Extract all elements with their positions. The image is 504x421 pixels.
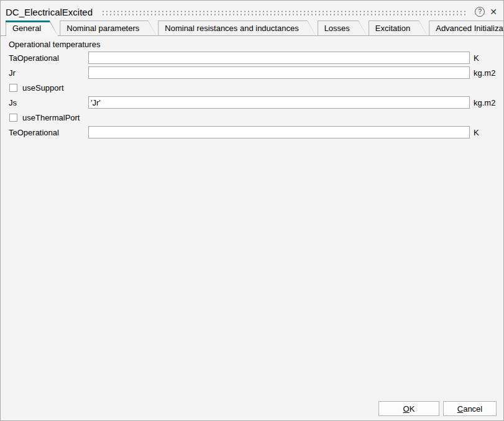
use-thermal-port-row[interactable]: useThermalPort (9, 111, 80, 124)
ok-button[interactable]: OK (378, 401, 439, 416)
tab-bar: General Nominal parameters Nominal resis… (1, 20, 503, 36)
jr-label: Jr (9, 68, 88, 78)
close-icon[interactable]: ✕ (490, 7, 497, 17)
cancel-button-mnemonic: C (457, 404, 463, 414)
tab-general-label: General (6, 20, 58, 33)
active-tab-accent (6, 20, 50, 22)
ok-button-mnemonic: O (403, 404, 410, 414)
parameter-dialog: DC_ElectricalExcited ? ✕ General Nominal… (0, 0, 504, 421)
tab-nominal-parameters-label: Nominal parameters (60, 20, 156, 33)
te-operational-unit: K (474, 128, 479, 137)
jr-unit: kg.m2 (474, 68, 495, 78)
row-jr: Jr kg.m2 (9, 66, 495, 79)
ok-button-label: K (410, 404, 415, 414)
tab-advanced-initialization-label: Advanced Initialization (429, 20, 504, 33)
te-operational-label: TeOperational (9, 128, 88, 137)
tab-excitation[interactable]: Excitation (369, 20, 427, 35)
titlebar-dotted-separator (101, 10, 467, 16)
row-ta-operational: TaOperational K (9, 52, 479, 64)
group-label-operational-temperatures: Operational temperatures (9, 40, 100, 49)
ta-operational-unit: K (474, 53, 479, 63)
tab-nominal-parameters[interactable]: Nominal parameters (60, 20, 156, 35)
tab-excitation-label: Excitation (369, 20, 427, 33)
row-js: Js kg.m2 (9, 96, 495, 109)
use-support-label: useSupport (22, 83, 64, 93)
tab-nominal-resistances[interactable]: Nominal resistances and inductances (158, 20, 315, 35)
tab-nominal-resistances-label: Nominal resistances and inductances (158, 20, 315, 33)
use-thermal-port-checkbox[interactable] (9, 114, 17, 122)
tab-general[interactable]: General (6, 20, 58, 36)
jr-input[interactable] (88, 66, 470, 79)
js-unit: kg.m2 (474, 98, 495, 107)
js-input[interactable] (88, 96, 470, 109)
use-support-checkbox[interactable] (9, 84, 17, 92)
cancel-button-label: ancel (463, 404, 482, 414)
js-label: Js (9, 98, 88, 107)
ta-operational-label: TaOperational (9, 53, 88, 63)
ta-operational-input[interactable] (88, 52, 470, 64)
help-icon[interactable]: ? (475, 7, 485, 17)
tab-advanced-initialization[interactable]: Advanced Initialization (429, 20, 504, 35)
cancel-button[interactable]: Cancel (443, 401, 497, 416)
dialog-title: DC_ElectricalExcited (6, 4, 93, 17)
use-thermal-port-label: useThermalPort (22, 113, 80, 122)
titlebar: DC_ElectricalExcited ? ✕ (1, 1, 503, 20)
tab-losses-label: Losses (318, 20, 367, 33)
use-support-row[interactable]: useSupport (9, 81, 64, 94)
row-te-operational: TeOperational K (9, 126, 479, 138)
tab-losses[interactable]: Losses (318, 20, 367, 35)
te-operational-input[interactable] (88, 126, 470, 138)
